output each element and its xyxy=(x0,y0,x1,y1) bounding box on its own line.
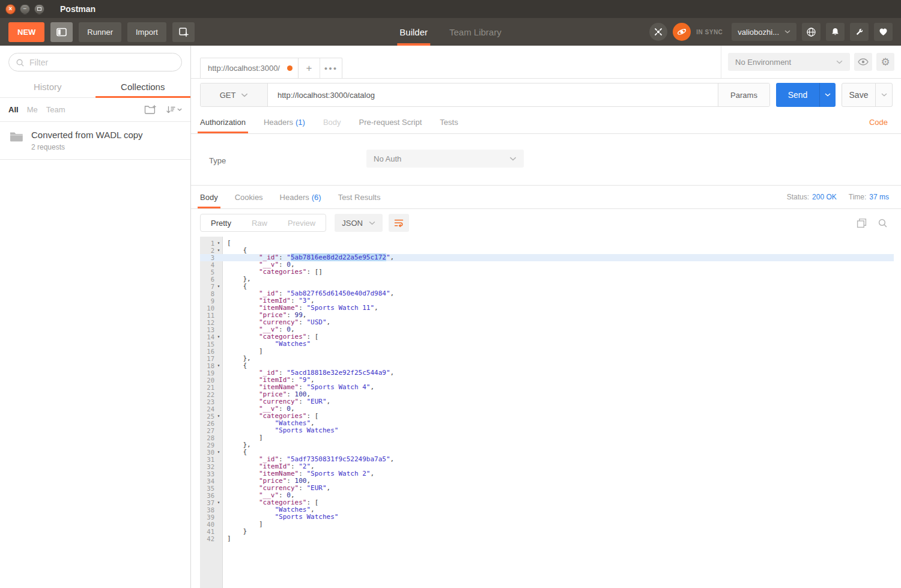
code-line-16[interactable]: 16 ] xyxy=(200,348,894,355)
environment-dropdown[interactable]: No Environment xyxy=(728,53,850,71)
environment-settings-button[interactable]: ⚙ xyxy=(876,53,894,71)
environment-cluster: No Environment ⚙ xyxy=(721,46,901,78)
scope-team[interactable]: Team xyxy=(46,105,65,114)
new-window-button[interactable] xyxy=(172,22,195,42)
fold-caret-icon[interactable]: ▾ xyxy=(214,283,223,290)
new-window-icon xyxy=(178,27,189,37)
code-line-12[interactable]: 12 "currency": "USD", xyxy=(200,319,894,326)
url-input[interactable] xyxy=(268,83,718,106)
code-line-27[interactable]: 27 "Sports Watches" xyxy=(200,427,894,434)
new-collection-button[interactable] xyxy=(144,105,156,115)
save-options-button[interactable] xyxy=(875,83,892,106)
community-button[interactable] xyxy=(802,23,821,41)
code-line-28[interactable]: 28 ] xyxy=(200,434,894,441)
code-line-35[interactable]: 35 "currency": "EUR", xyxy=(200,485,894,492)
header-nav: Builder Team Library xyxy=(399,18,501,46)
fold-caret-icon[interactable]: ▾ xyxy=(214,499,223,506)
fold-caret-icon[interactable]: ▾ xyxy=(214,240,223,247)
new-tab-button[interactable]: + xyxy=(299,58,320,78)
view-preview[interactable]: Preview xyxy=(278,214,326,231)
postman-window: × − Postman NEW Runner Import Builder Te… xyxy=(0,0,901,588)
line-number: 21 xyxy=(200,384,214,391)
save-group: Save xyxy=(842,83,893,107)
code-line-17[interactable]: 17 }, xyxy=(200,355,894,362)
notifications-button[interactable] xyxy=(826,23,845,41)
settings-tools-button[interactable] xyxy=(850,23,869,41)
auth-type-dropdown[interactable]: No Auth xyxy=(366,150,524,168)
code-line-15[interactable]: 15 "Watches" xyxy=(200,341,894,348)
line-number: 14 xyxy=(200,333,214,341)
params-button[interactable]: Params xyxy=(718,83,769,106)
code-line-40[interactable]: 40 ] xyxy=(200,521,894,528)
filter-input[interactable] xyxy=(8,53,182,71)
user-menu-dropdown[interactable]: valiobozhi... xyxy=(732,23,796,41)
code-link[interactable]: Code xyxy=(869,111,888,133)
format-dropdown[interactable]: JSON xyxy=(335,214,383,232)
tab-history[interactable]: History xyxy=(0,76,96,97)
tab-headers[interactable]: Headers(1) xyxy=(264,111,305,133)
code-line-41[interactable]: 41 } xyxy=(200,528,894,535)
tab-tests[interactable]: Tests xyxy=(440,111,458,133)
runner-button[interactable]: Runner xyxy=(79,22,121,42)
code-line-42[interactable]: 42] xyxy=(200,535,894,542)
new-button[interactable]: NEW xyxy=(8,22,44,42)
interceptor-button[interactable] xyxy=(649,23,667,41)
tab-authorization[interactable]: Authorization xyxy=(200,111,246,133)
line-number: 11 xyxy=(200,312,214,319)
fold-caret-icon[interactable]: ▾ xyxy=(214,333,223,341)
view-pretty[interactable]: Pretty xyxy=(201,214,241,231)
tab-pre-request-script[interactable]: Pre-request Script xyxy=(359,111,422,133)
view-raw[interactable]: Raw xyxy=(241,214,278,231)
scope-me[interactable]: Me xyxy=(27,105,38,114)
environment-preview-button[interactable] xyxy=(854,53,872,71)
line-number: 25 xyxy=(200,413,214,420)
tab-collections[interactable]: Collections xyxy=(96,76,191,97)
line-number: 28 xyxy=(200,434,214,441)
response-tab-headers[interactable]: Headers(6) xyxy=(280,186,321,208)
search-response-button[interactable] xyxy=(878,218,888,228)
save-button[interactable]: Save xyxy=(842,83,875,106)
request-tab[interactable]: http://localhost:3000/ xyxy=(200,58,300,78)
scope-all[interactable]: All xyxy=(8,105,19,114)
code-line-1[interactable]: 1▾[ xyxy=(200,240,894,247)
code-line-39[interactable]: 39 "Sports Watches" xyxy=(200,514,894,521)
window-close-button[interactable]: × xyxy=(5,4,16,14)
response-tab-test-results[interactable]: Test Results xyxy=(338,186,381,208)
tab-body[interactable]: Body xyxy=(323,111,341,133)
code-line-23[interactable]: 23 "currency": "EUR", xyxy=(200,398,894,405)
send-button[interactable]: Send xyxy=(776,83,819,107)
fold-caret-icon[interactable]: ▾ xyxy=(214,362,223,369)
line-number: 35 xyxy=(200,485,214,492)
sidebar-tabs: History Collections xyxy=(0,76,190,98)
fold-spacer xyxy=(214,268,223,276)
import-button[interactable]: Import xyxy=(127,22,166,42)
tab-options-button[interactable]: ●●● xyxy=(320,58,342,78)
fold-caret-icon[interactable]: ▾ xyxy=(214,413,223,420)
sort-collections-button[interactable] xyxy=(166,106,182,114)
auth-type-label: Type xyxy=(209,156,226,165)
copy-response-button[interactable] xyxy=(857,218,867,228)
sync-status-button[interactable] xyxy=(673,23,691,41)
tab-builder[interactable]: Builder xyxy=(399,18,428,46)
wrap-lines-button[interactable] xyxy=(389,214,409,232)
code-line-3[interactable]: 3 "_id": "5ab7816ee8d2d22a5e95c172", xyxy=(200,254,894,261)
window-maximize-button[interactable] xyxy=(34,4,44,14)
fold-spacer xyxy=(214,384,223,391)
request-composite: GET Params xyxy=(200,83,770,107)
method-dropdown[interactable]: GET xyxy=(201,83,268,106)
response-body-editor[interactable]: 1▾[2▾ {3 "_id": "5ab7816ee8d2d22a5e95c17… xyxy=(200,237,894,588)
collection-item[interactable]: Converted from WADL copy 2 requests xyxy=(0,122,190,160)
fold-caret-icon[interactable]: ▾ xyxy=(214,449,223,456)
response-tab-cookies[interactable]: Cookies xyxy=(235,186,263,208)
window-minimize-button[interactable]: − xyxy=(20,4,30,14)
response-tab-body[interactable]: Body xyxy=(200,186,218,208)
sidebar-toggle-button[interactable] xyxy=(50,22,73,42)
code-line-6[interactable]: 6 }, xyxy=(200,276,894,283)
line-number: 23 xyxy=(200,398,214,405)
code-line-5[interactable]: 5 "categories": [] xyxy=(200,268,894,276)
code-line-29[interactable]: 29 }, xyxy=(200,441,894,449)
fold-caret-icon[interactable]: ▾ xyxy=(214,247,223,254)
tab-team-library[interactable]: Team Library xyxy=(449,18,502,46)
send-options-button[interactable] xyxy=(819,83,836,107)
favorites-button[interactable] xyxy=(874,23,893,41)
